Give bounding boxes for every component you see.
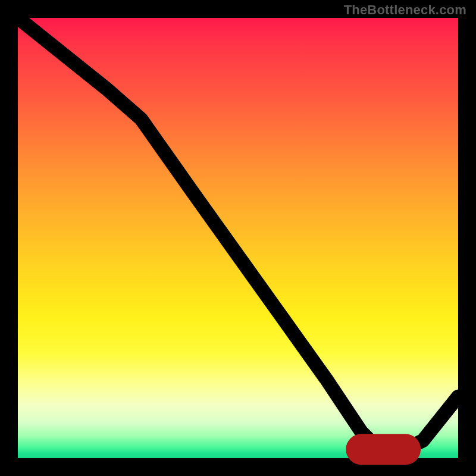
chart-frame: TheBottleneck.com (0, 0, 476, 476)
plot-area (18, 18, 458, 458)
watermark-text: TheBottleneck.com (344, 2, 466, 18)
curve-line (18, 18, 458, 449)
chart-svg (18, 18, 458, 458)
